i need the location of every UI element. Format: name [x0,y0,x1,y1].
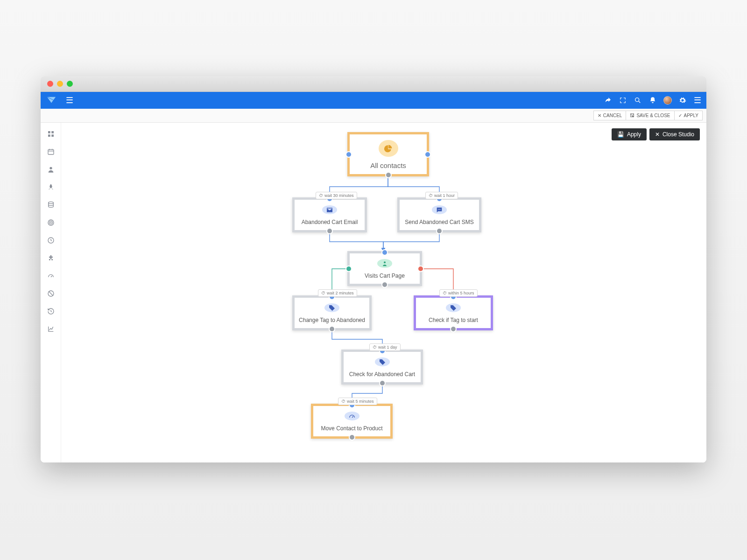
svg-rect-2 [51,131,54,133]
port[interactable] [450,326,457,332]
node-abandoned-email[interactable]: Abandoned Cart Email [292,197,367,232]
node-label: All contacts [370,161,406,169]
action-strip: ✕CANCEL 🖫SAVE & CLOSE ✓APPLY [41,109,706,123]
port-yes[interactable] [345,266,352,272]
sidebar-gauge-icon[interactable] [46,271,56,280]
svg-point-6 [49,167,52,169]
svg-rect-5 [48,149,54,154]
svg-rect-4 [51,134,54,137]
node-visits-cart[interactable]: Visits Cart Page [347,251,422,286]
cancel-button[interactable]: ✕CANCEL [593,111,627,120]
window-maximize-dot[interactable] [67,81,73,87]
sidebar-calendar-icon[interactable] [46,147,56,156]
check-icon: ✓ [678,113,682,118]
sidebar-dashboard-icon[interactable] [46,129,56,139]
node-label: Move Contact to Product [321,425,382,432]
sidebar-clock-icon[interactable] [46,236,56,245]
svg-point-7 [48,202,53,203]
fullscreen-icon[interactable] [619,96,627,105]
wait-badge: wait 30 minutes [316,192,357,199]
node-label: Check if Tag to start [429,317,478,323]
envelope-icon [322,205,337,214]
port[interactable] [379,380,386,386]
sidebar-contacts-icon[interactable] [46,165,56,174]
sidebar-plugin-icon[interactable] [46,253,56,263]
wait-badge: wait 5 minutes [338,398,377,405]
wait-badge: wait 2 minutes [318,289,357,297]
svg-point-0 [635,98,639,102]
sidebar-history-icon[interactable] [46,307,56,316]
avatar[interactable] [663,96,672,105]
app-logo[interactable] [45,94,57,106]
node-label: Abandoned Cart Email [302,219,358,225]
bell-icon[interactable] [648,96,657,105]
share-icon[interactable] [604,96,612,105]
x-icon: ✕ [598,113,601,118]
save-icon: 🖫 [630,113,634,118]
search-icon[interactable] [634,96,642,105]
wait-badge: wait 1 hour [425,192,458,199]
svg-rect-1 [48,131,50,133]
studio-close-button[interactable]: ✕Close Studio [649,128,700,140]
x-icon: ✕ [655,131,660,138]
port[interactable] [381,281,388,288]
node-all-contacts[interactable]: All contacts [347,132,429,176]
browser-window: ☰ ☰ ✕CANCEL 🖫SAVE & CLOSE ✓APPLY [41,76,706,462]
flow-canvas[interactable]: 💾Apply ✕Close Studio [61,123,706,462]
sidebar-database-icon[interactable] [46,200,56,210]
svg-point-15 [440,209,440,210]
svg-point-10 [50,222,51,223]
wait-badge: within 5 hours [439,289,478,297]
save-icon: 💾 [617,131,624,138]
chat-icon [432,205,447,214]
port[interactable] [345,151,352,158]
pie-chart-icon [379,140,398,157]
port[interactable] [424,151,431,158]
node-move-contact[interactable]: Move Contact to Product [311,404,393,439]
node-label: Check for Abandoned Cart [349,371,415,378]
node-check-abandoned[interactable]: Check for Abandoned Cart [341,350,423,385]
port[interactable] [385,172,392,178]
sidebar-rocket-icon[interactable] [46,182,56,192]
svg-point-13 [438,209,438,210]
node-label: Visits Cart Page [365,273,405,279]
node-abandoned-sms[interactable]: Send Abandoned Cart SMS [397,197,481,232]
save-close-button[interactable]: 🖫SAVE & CLOSE [626,111,674,120]
wait-badge: wait 1 day [369,343,401,351]
user-icon [377,259,392,268]
port[interactable] [349,434,355,441]
svg-point-16 [384,261,386,263]
window-close-dot[interactable] [47,81,53,87]
node-change-tag[interactable]: Change Tag to Abandoned [292,295,372,330]
port-no[interactable] [417,266,424,272]
tag-icon [324,303,339,312]
tag-icon [446,303,461,312]
apply-button[interactable]: ✓APPLY [675,111,703,120]
sidebar-target-icon[interactable] [46,218,56,227]
tag-icon [375,357,390,366]
window-minimize-dot[interactable] [57,81,63,87]
port[interactable] [436,228,443,234]
port[interactable] [329,326,335,332]
node-check-tag-start[interactable]: Check if Tag to start [414,295,493,330]
window-titlebar [41,76,706,92]
menu-icon[interactable]: ☰ [66,95,73,105]
sidebar-chart-icon[interactable] [46,324,56,334]
gear-icon[interactable] [678,96,687,105]
sidebar-block-icon[interactable] [46,289,56,298]
svg-point-14 [439,209,439,210]
port[interactable] [326,228,333,234]
node-label: Change Tag to Abandoned [299,317,365,323]
node-label: Send Abandoned Cart SMS [405,219,473,225]
studio-apply-button[interactable]: 💾Apply [612,128,647,140]
app-topbar: ☰ ☰ [41,92,706,109]
gauge-icon [345,412,359,420]
port[interactable] [381,249,388,256]
sidebar [41,123,61,462]
svg-rect-3 [48,134,50,137]
more-menu-icon[interactable]: ☰ [693,96,702,105]
